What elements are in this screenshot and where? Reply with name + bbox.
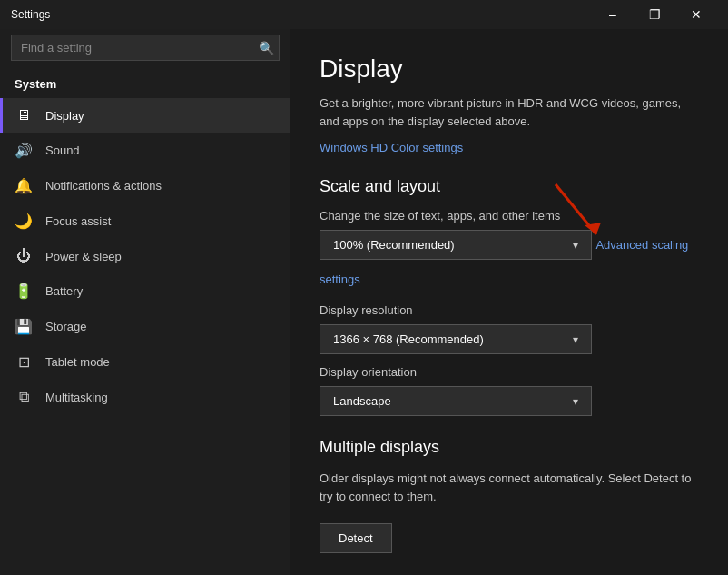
title-bar: Settings – ❐ ✕ <box>0 0 728 29</box>
sidebar-item-label: Tablet mode <box>45 355 110 369</box>
sidebar-item-label: Multitasking <box>45 391 108 404</box>
notifications-icon: 🔔 <box>15 177 33 194</box>
search-icon-button[interactable]: 🔍 <box>259 41 274 55</box>
multiple-displays-desc: Older displays might not always connect … <box>320 470 699 505</box>
multiple-displays-title: Multiple displays <box>320 438 699 457</box>
battery-icon: 🔋 <box>15 283 33 300</box>
sidebar-item-label: Notifications & actions <box>45 179 162 193</box>
sidebar-item-sound[interactable]: 🔊 Sound <box>0 133 290 168</box>
scale-label: Change the size of text, apps, and other… <box>320 209 699 223</box>
sidebar: 🔍 System 🖥 Display 🔊 Sound 🔔 Notificatio… <box>0 29 290 575</box>
sound-icon: 🔊 <box>15 142 33 159</box>
multitasking-icon: ⧉ <box>15 389 33 405</box>
search-input[interactable] <box>11 35 280 61</box>
orientation-dropdown-value: Landscape <box>333 394 391 408</box>
page-title: Display <box>320 55 699 84</box>
search-box: 🔍 <box>11 35 280 61</box>
sidebar-item-tablet[interactable]: ⊡ Tablet mode <box>0 344 290 380</box>
focus-icon: 🌙 <box>15 213 33 230</box>
sidebar-item-display[interactable]: 🖥 Display <box>0 98 290 133</box>
sidebar-item-notifications[interactable]: 🔔 Notifications & actions <box>0 168 290 203</box>
sidebar-item-multitasking[interactable]: ⧉ Multitasking <box>0 380 290 414</box>
scale-section-title: Scale and layout <box>320 177 699 196</box>
scale-dropdown-value: 100% (Recommended) <box>333 238 455 252</box>
power-icon: ⏻ <box>15 248 33 264</box>
resolution-label: Display resolution <box>320 303 699 317</box>
main-container: 🔍 System 🖥 Display 🔊 Sound 🔔 Notificatio… <box>0 29 728 575</box>
content-area: Display Get a brighter, more vibrant pic… <box>290 29 728 575</box>
sidebar-item-label: Focus assist <box>45 214 111 228</box>
resolution-dropdown[interactable]: 1366 × 768 (Recommended) ▾ <box>320 324 592 354</box>
sidebar-item-label: Storage <box>45 320 87 333</box>
sidebar-item-label: Sound <box>45 144 80 157</box>
app-title: Settings <box>11 8 592 21</box>
close-button[interactable]: ✕ <box>675 0 717 29</box>
window-controls: – ❐ ✕ <box>592 0 717 29</box>
display-icon: 🖥 <box>15 107 33 124</box>
resolution-dropdown-arrow: ▾ <box>573 333 578 346</box>
resolution-dropdown-value: 1366 × 768 (Recommended) <box>333 332 484 346</box>
sidebar-item-power[interactable]: ⏻ Power & sleep <box>0 239 290 273</box>
sidebar-section-label: System <box>0 74 290 98</box>
hdr-link[interactable]: Windows HD Color settings <box>320 141 463 154</box>
sidebar-item-focus[interactable]: 🌙 Focus assist <box>0 203 290 239</box>
orientation-dropdown[interactable]: Landscape ▾ <box>320 386 592 416</box>
sidebar-item-label: Power & sleep <box>45 250 122 263</box>
sidebar-item-storage[interactable]: 💾 Storage <box>0 309 290 344</box>
page-description: Get a brighter, more vibrant picture in … <box>320 94 699 130</box>
orientation-label: Display orientation <box>320 365 699 379</box>
minimize-button[interactable]: – <box>592 0 634 29</box>
orientation-dropdown-arrow: ▾ <box>573 395 578 408</box>
maximize-button[interactable]: ❐ <box>634 0 675 29</box>
tablet-icon: ⊡ <box>15 353 33 371</box>
scale-dropdown-container: 100% (Recommended) ▾ <box>320 230 592 271</box>
sidebar-item-battery[interactable]: 🔋 Battery <box>0 273 290 309</box>
detect-button[interactable]: Detect <box>320 523 392 553</box>
storage-icon: 💾 <box>15 318 33 335</box>
sidebar-item-label: Battery <box>45 284 83 298</box>
sidebar-item-label: Display <box>45 109 84 123</box>
scale-dropdown-arrow: ▾ <box>573 239 578 252</box>
scale-dropdown[interactable]: 100% (Recommended) ▾ <box>320 230 592 260</box>
